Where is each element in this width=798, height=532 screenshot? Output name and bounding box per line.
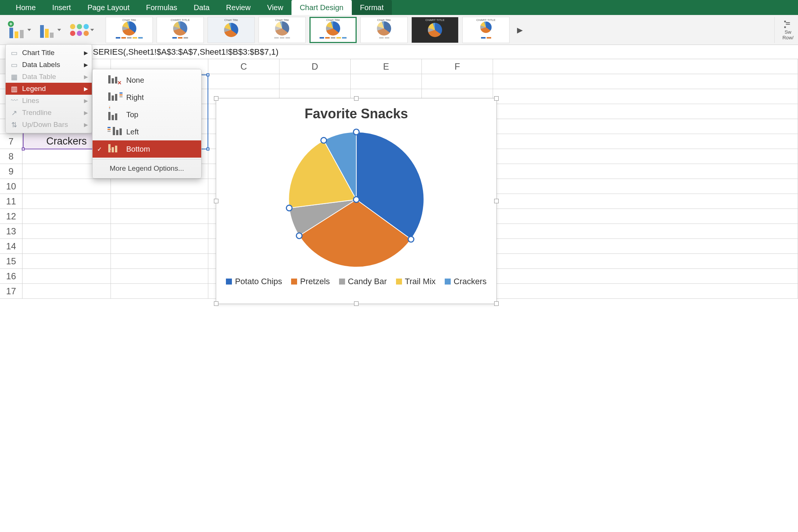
row-header[interactable]: 15 xyxy=(0,254,22,269)
change-colors-button[interactable] xyxy=(67,22,97,38)
cell[interactable] xyxy=(493,284,798,299)
chart-style-2[interactable]: CHART TITLE xyxy=(157,17,204,43)
chart-title[interactable]: Favorite Snacks xyxy=(216,106,496,122)
legend-item[interactable]: Candy Bar xyxy=(339,277,387,286)
col-header-c[interactable]: C xyxy=(208,59,279,74)
legend-item[interactable]: Trail Mix xyxy=(396,277,436,286)
legend-item[interactable]: Crackers xyxy=(445,277,487,286)
cell[interactable] xyxy=(22,209,111,224)
tab-home[interactable]: Home xyxy=(7,0,44,15)
gallery-next-button[interactable]: ▶ xyxy=(513,25,526,34)
col-header-f[interactable]: F xyxy=(422,59,493,74)
cell[interactable] xyxy=(111,254,208,269)
cell[interactable] xyxy=(22,179,111,194)
cell[interactable] xyxy=(493,74,798,89)
col-header-e[interactable]: E xyxy=(351,59,422,74)
row-header[interactable]: 11 xyxy=(0,194,22,209)
cell[interactable] xyxy=(22,254,111,269)
col-header-g[interactable] xyxy=(493,59,798,74)
pie-plot-area[interactable] xyxy=(285,128,427,271)
menu-chart-title[interactable]: ▭Chart Title▶ xyxy=(6,47,92,59)
chart-style-1[interactable]: Chart Title xyxy=(106,17,153,43)
row-header[interactable]: 16 xyxy=(0,269,22,284)
resize-handle[interactable] xyxy=(494,199,499,203)
row-header[interactable]: 12 xyxy=(0,209,22,224)
cell[interactable] xyxy=(22,194,111,209)
col-header-d[interactable]: D xyxy=(279,59,351,74)
switch-row-column-button[interactable]: Sw Row/ xyxy=(774,17,794,43)
chart-legend[interactable]: Potato ChipsPretzelsCandy BarTrail MixCr… xyxy=(216,277,496,286)
tab-page-layout[interactable]: Page Layout xyxy=(79,0,137,15)
cell[interactable] xyxy=(493,179,798,194)
resize-handle[interactable] xyxy=(214,199,218,203)
cell[interactable] xyxy=(493,269,798,284)
cell[interactable] xyxy=(351,74,422,89)
legend-none[interactable]: ✕None xyxy=(93,72,201,89)
cell[interactable] xyxy=(422,74,493,89)
cell[interactable] xyxy=(493,134,798,149)
chart-style-7[interactable]: CHART TITLE xyxy=(411,17,459,43)
cell[interactable] xyxy=(111,269,208,284)
chart-style-8[interactable]: CHART TITLE xyxy=(462,17,510,43)
cell[interactable] xyxy=(22,284,111,299)
legend-item[interactable]: Potato Chips xyxy=(226,277,282,286)
quick-layout-button[interactable] xyxy=(37,20,64,40)
row-header[interactable]: 10 xyxy=(0,179,22,194)
cell[interactable] xyxy=(493,209,798,224)
tab-view[interactable]: View xyxy=(259,0,291,15)
tab-formulas[interactable]: Formulas xyxy=(138,0,185,15)
formula-bar[interactable]: SERIES(,Sheet1!$A$3:$A$7,Sheet1!$B$3:$B$… xyxy=(0,45,798,59)
row-header[interactable]: 9 xyxy=(0,164,22,179)
row-header[interactable]: 7 xyxy=(0,134,22,149)
chart-style-6[interactable]: Chart Title xyxy=(360,17,408,43)
cell[interactable] xyxy=(493,194,798,209)
cell[interactable] xyxy=(22,224,111,239)
cell[interactable] xyxy=(493,104,798,119)
chart-style-3[interactable]: Chart Title xyxy=(208,17,255,43)
cell[interactable] xyxy=(111,194,208,209)
row-header[interactable]: 17 xyxy=(0,284,22,299)
cell[interactable] xyxy=(493,119,798,134)
cell[interactable] xyxy=(22,239,111,254)
resize-handle[interactable] xyxy=(494,96,499,101)
cell[interactable] xyxy=(493,224,798,239)
chart-object[interactable]: Favorite Snacks Potato ChipsPretzelsCand… xyxy=(216,98,497,304)
cell[interactable] xyxy=(111,209,208,224)
cell[interactable] xyxy=(111,224,208,239)
cell[interactable] xyxy=(111,239,208,254)
tab-chart-design[interactable]: Chart Design xyxy=(291,0,352,15)
resize-handle[interactable] xyxy=(494,301,499,306)
legend-item[interactable]: Pretzels xyxy=(291,277,330,286)
row-header[interactable]: 8 xyxy=(0,149,22,164)
resize-handle[interactable] xyxy=(214,96,218,101)
tab-insert[interactable]: Insert xyxy=(44,0,79,15)
row-header[interactable]: 14 xyxy=(0,239,22,254)
cell[interactable] xyxy=(493,239,798,254)
resize-handle[interactable] xyxy=(214,301,218,306)
legend-right[interactable]: Right xyxy=(93,89,201,106)
cell[interactable] xyxy=(111,179,208,194)
legend-more-options[interactable]: More Legend Options... xyxy=(93,161,201,176)
add-chart-element-button[interactable]: + xyxy=(4,18,34,42)
cell[interactable] xyxy=(22,269,111,284)
legend-bottom[interactable]: ✓Bottom xyxy=(93,140,201,158)
legend-left[interactable]: Left xyxy=(93,123,201,140)
tab-format[interactable]: Format xyxy=(352,0,392,15)
chart-style-4[interactable]: Chart Title xyxy=(259,17,306,43)
legend-top[interactable]: Top xyxy=(93,106,201,123)
tab-data[interactable]: Data xyxy=(185,0,218,15)
resize-handle[interactable] xyxy=(354,301,359,306)
tab-review[interactable]: Review xyxy=(218,0,259,15)
row-header[interactable]: 13 xyxy=(0,224,22,239)
cell[interactable] xyxy=(493,164,798,179)
cell[interactable] xyxy=(279,74,351,89)
cell[interactable] xyxy=(111,284,208,299)
menu-data-labels[interactable]: ▭Data Labels▶ xyxy=(6,59,92,71)
cell[interactable] xyxy=(208,74,279,89)
cell[interactable] xyxy=(493,89,798,104)
chart-style-5[interactable]: Chart Title xyxy=(309,17,357,43)
cell[interactable] xyxy=(493,149,798,164)
menu-legend[interactable]: ▥Legend▶ xyxy=(6,83,92,95)
cell[interactable] xyxy=(493,254,798,269)
resize-handle[interactable] xyxy=(354,96,359,101)
